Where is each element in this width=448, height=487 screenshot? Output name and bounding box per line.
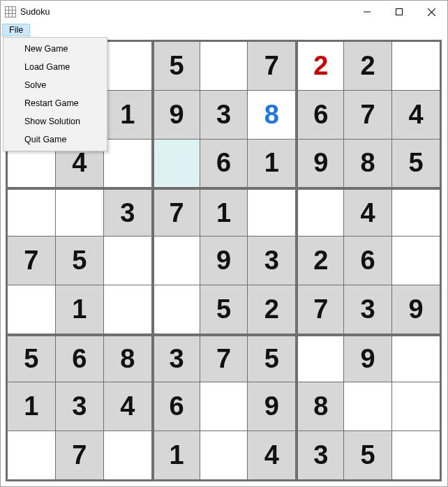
cell-r2-c8[interactable]: 5: [392, 140, 440, 188]
cell-r2-c3[interactable]: [152, 140, 200, 188]
cell-r0-c8[interactable]: [392, 42, 440, 90]
cell-r0-c5[interactable]: 7: [248, 42, 295, 90]
cell-r7-c8[interactable]: [392, 382, 440, 430]
cell-r0-c7[interactable]: 2: [344, 42, 391, 90]
cell-r2-c2[interactable]: [104, 140, 151, 188]
cell-r1-c4[interactable]: 3: [200, 91, 248, 139]
cell-r6-c5[interactable]: 5: [248, 334, 295, 382]
cell-r6-c6[interactable]: [296, 334, 343, 382]
cell-r5-c5[interactable]: 2: [248, 285, 295, 334]
cell-r1-c7[interactable]: 7: [344, 91, 391, 139]
cell-r8-c4[interactable]: [200, 431, 248, 479]
cell-r6-c7[interactable]: 9: [344, 334, 391, 382]
cell-r0-c3[interactable]: 5: [152, 42, 200, 90]
cell-r3-c6[interactable]: [296, 188, 343, 236]
cell-r6-c4[interactable]: 7: [200, 334, 248, 382]
cell-r2-c6[interactable]: 9: [296, 140, 343, 188]
cell-r2-c4[interactable]: 6: [200, 140, 248, 188]
cell-r7-c6[interactable]: 8: [296, 382, 343, 430]
cell-r6-c3[interactable]: 3: [152, 334, 200, 382]
menu-file-dropdown: New Game Load Game Solve Restart Game Sh…: [3, 37, 107, 151]
window-controls: [351, 1, 447, 23]
cell-r0-c6[interactable]: 2: [296, 42, 343, 90]
cell-r6-c0[interactable]: 5: [8, 334, 55, 382]
close-icon: [428, 8, 435, 16]
titlebar: Sudoku: [1, 1, 447, 23]
cell-r8-c5[interactable]: 4: [248, 431, 295, 479]
cell-r4-c0[interactable]: 7: [8, 237, 55, 285]
cell-r3-c4[interactable]: 1: [200, 188, 248, 236]
menu-item-new-game[interactable]: New Game: [5, 40, 105, 58]
cell-r3-c2[interactable]: 3: [104, 188, 151, 236]
cell-r6-c8[interactable]: [392, 334, 440, 382]
cell-r7-c7[interactable]: [344, 382, 391, 430]
cell-r3-c0[interactable]: [8, 188, 55, 236]
cell-r4-c2[interactable]: [104, 237, 151, 285]
cell-r5-c8[interactable]: 9: [392, 285, 440, 334]
maximize-button[interactable]: [383, 1, 415, 23]
cell-r6-c1[interactable]: 6: [56, 334, 103, 382]
cell-r4-c7[interactable]: 6: [344, 237, 391, 285]
menu-file[interactable]: File: [2, 24, 30, 36]
app-window: Sudoku File New Game Load Game Solve Res…: [0, 0, 448, 487]
cell-r2-c7[interactable]: 8: [344, 140, 391, 188]
cell-r5-c7[interactable]: 3: [344, 285, 391, 334]
cell-r7-c3[interactable]: 6: [152, 382, 200, 430]
cell-r5-c1[interactable]: 1: [56, 285, 103, 334]
cell-r1-c8[interactable]: 4: [392, 91, 440, 139]
cell-r8-c3[interactable]: 1: [152, 431, 200, 479]
cell-r8-c8[interactable]: [392, 431, 440, 479]
cell-r7-c0[interactable]: 1: [8, 382, 55, 430]
cell-r4-c3[interactable]: [152, 237, 200, 285]
titlebar-left: Sudoku: [5, 6, 50, 17]
cell-r3-c5[interactable]: [248, 188, 295, 236]
cell-r8-c1[interactable]: 7: [56, 431, 103, 479]
cell-r1-c6[interactable]: 6: [296, 91, 343, 139]
cell-r6-c2[interactable]: 8: [104, 334, 151, 382]
menu-item-load-game[interactable]: Load Game: [5, 58, 105, 76]
cell-r3-c8[interactable]: [392, 188, 440, 236]
cell-r8-c2[interactable]: [104, 431, 151, 479]
minimize-icon: [364, 8, 371, 15]
menu-item-solve[interactable]: Solve: [5, 76, 105, 94]
minimize-button[interactable]: [351, 1, 383, 23]
close-button[interactable]: [415, 1, 447, 23]
menu-item-quit-game[interactable]: Quit Game: [5, 130, 105, 149]
cell-r3-c3[interactable]: 7: [152, 188, 200, 236]
cell-r5-c2[interactable]: [104, 285, 151, 334]
cell-r1-c5[interactable]: 8: [248, 91, 295, 139]
cell-r3-c7[interactable]: 4: [344, 188, 391, 236]
cell-r4-c4[interactable]: 9: [200, 237, 248, 285]
maximize-icon: [396, 8, 403, 15]
cell-r0-c2[interactable]: [104, 42, 151, 90]
cell-r5-c4[interactable]: 5: [200, 285, 248, 334]
window-title: Sudoku: [20, 7, 50, 17]
cell-r1-c2[interactable]: 1: [104, 91, 151, 139]
cell-r3-c1[interactable]: [56, 188, 103, 236]
cell-r8-c0[interactable]: [8, 431, 55, 479]
cell-r4-c5[interactable]: 3: [248, 237, 295, 285]
cell-r7-c4[interactable]: [200, 382, 248, 430]
cell-r8-c6[interactable]: 3: [296, 431, 343, 479]
cell-r4-c8[interactable]: [392, 237, 440, 285]
cell-r8-c7[interactable]: 5: [344, 431, 391, 479]
app-icon: [5, 6, 16, 17]
cell-r7-c5[interactable]: 9: [248, 382, 295, 430]
menubar: File New Game Load Game Solve Restart Ga…: [1, 23, 447, 37]
menu-item-show-solution[interactable]: Show Solution: [5, 112, 105, 130]
cell-r5-c3[interactable]: [152, 285, 200, 334]
cell-r4-c1[interactable]: 5: [56, 237, 103, 285]
cell-r7-c2[interactable]: 4: [104, 382, 151, 430]
cell-r7-c1[interactable]: 3: [56, 382, 103, 430]
cell-r2-c5[interactable]: 1: [248, 140, 295, 188]
cell-r5-c6[interactable]: 7: [296, 285, 343, 334]
cell-r4-c6[interactable]: 2: [296, 237, 343, 285]
menu-item-restart-game[interactable]: Restart Game: [5, 94, 105, 112]
cell-r0-c4[interactable]: [200, 42, 248, 90]
cell-r1-c3[interactable]: 9: [152, 91, 200, 139]
cell-r5-c0[interactable]: [8, 285, 55, 334]
svg-rect-1: [396, 9, 403, 15]
